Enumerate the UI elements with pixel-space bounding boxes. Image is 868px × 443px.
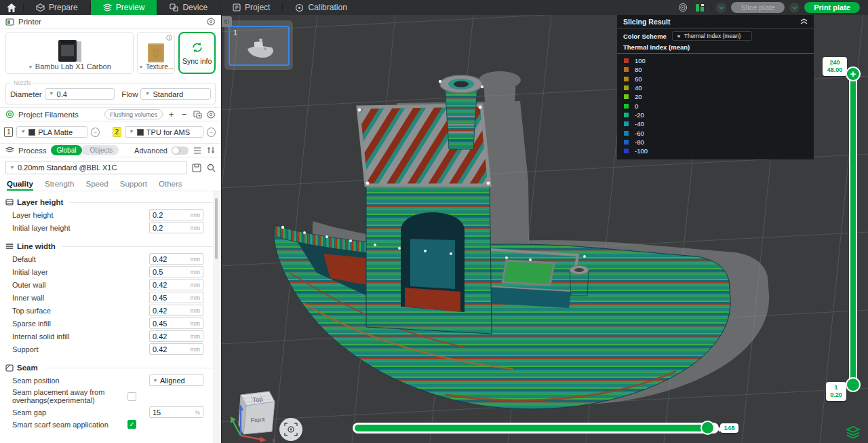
filament-color-swatch — [137, 129, 144, 136]
scrollbar-thumb[interactable] — [215, 198, 218, 259]
navigation-cube[interactable]: Top Front x — [227, 388, 279, 442]
save-preset-button[interactable] — [192, 163, 201, 172]
view-all-params-button[interactable] — [193, 146, 202, 155]
search-params-button[interactable] — [206, 163, 216, 172]
seam-gap-input[interactable]: 15% — [149, 406, 203, 418]
calibration-target-button[interactable] — [677, 2, 689, 13]
print-plate-button[interactable]: Print plate — [804, 2, 860, 13]
filament-1-edit-button[interactable]: − — [91, 128, 100, 137]
divider — [44, 368, 216, 368]
home-button[interactable] — [0, 0, 23, 15]
line-width-outer-wall-input[interactable]: 0.42mm — [149, 279, 203, 290]
chevron-down-icon: ▼ — [49, 92, 54, 96]
setting-row: Inner wall 0.45mm — [0, 291, 221, 304]
filaments-section-title: Project Filaments — [18, 111, 79, 119]
setting-row: Internal solid infill 0.42mm — [0, 330, 221, 343]
plate-type-select[interactable]: ▼ Texture... — [138, 63, 174, 73]
tab-project[interactable]: Project — [220, 0, 282, 15]
scope-global-button[interactable]: Global — [51, 145, 83, 155]
tab-quality[interactable]: Quality — [7, 180, 33, 191]
process-section-title: Process — [18, 147, 47, 155]
sync-info-button[interactable]: Sync info — [178, 32, 216, 74]
seam-icon — [5, 364, 14, 372]
cube-top-label: Top — [252, 396, 262, 403]
tab-device[interactable]: Device — [157, 0, 220, 15]
layer-slider-top-handle[interactable]: + — [846, 66, 861, 81]
slice-plate-button[interactable]: Slice plate — [731, 2, 785, 13]
plate-number: 1 — [233, 28, 237, 37]
line-width-sparse-infill-input[interactable]: 0.45mm — [149, 317, 203, 329]
filament-icon — [5, 110, 14, 119]
print-dropdown-button[interactable] — [789, 3, 800, 13]
compare-icon — [207, 147, 215, 154]
move-slider-track[interactable] — [353, 423, 719, 434]
nozzle-diameter-select[interactable]: ▼ 0.4 — [45, 88, 115, 100]
legend-swatch — [624, 121, 629, 126]
color-scheme-select[interactable]: ▼ Thermal Index (mean) — [672, 31, 752, 41]
ams-sync-button[interactable] — [193, 110, 202, 119]
slicing-result-panel: Slicing Result Color Scheme ▼ Thermal In… — [617, 15, 814, 159]
initial-layer-height-input[interactable]: 0.2mm — [149, 222, 203, 233]
tab-preview[interactable]: Preview — [91, 0, 157, 15]
line-width-top-surface-input[interactable]: 0.42mm — [149, 305, 203, 316]
tab-prepare[interactable]: Prepare — [24, 0, 90, 15]
advanced-toggle[interactable] — [172, 147, 189, 155]
layer-slider-bottom-handle[interactable] — [846, 377, 861, 392]
tab-support[interactable]: Support — [120, 180, 147, 191]
printer-model-select[interactable]: ▼ Bambu Lab X1 Carbon — [28, 62, 111, 73]
printer-settings-button[interactable] — [206, 17, 216, 26]
target-icon — [678, 3, 688, 12]
line-width-support-input[interactable]: 0.42mm — [149, 343, 203, 355]
line-width-inner-wall-input[interactable]: 0.45mm — [149, 292, 203, 303]
move-slider-handle[interactable] — [701, 421, 715, 435]
tab-speed[interactable]: Speed — [85, 180, 108, 191]
tab-calibration[interactable]: Calibration — [283, 0, 359, 15]
plate-organize-button[interactable] — [694, 2, 706, 13]
flushing-volumes-button[interactable]: Flushing volumes — [104, 109, 163, 119]
tab-others[interactable]: Others — [159, 180, 182, 191]
collapse-panel-button[interactable] — [800, 18, 808, 24]
filament-1-select[interactable]: ▼ PLA Matte — [16, 126, 87, 138]
seam-position-select[interactable]: ▼Aligned — [149, 374, 203, 386]
chevron-down-icon: ▼ — [676, 33, 682, 38]
compare-presets-button[interactable] — [206, 146, 216, 155]
tab-strength[interactable]: Strength — [45, 180, 74, 191]
layer-view-button[interactable] — [846, 425, 861, 442]
scrollbar-track[interactable] — [213, 191, 220, 443]
line-width-default-input[interactable]: 0.42mm — [149, 253, 203, 265]
filament-settings-button[interactable] — [206, 110, 216, 119]
legend-item: -20 — [617, 111, 814, 119]
legend-item: -100 — [617, 147, 814, 155]
filament-2-edit-button[interactable]: − — [207, 128, 216, 137]
camera-gear-icon — [284, 423, 298, 436]
thermal-legend: 100 80 60 40 20 0 -20 -40 -60 -80 -100 — [617, 55, 814, 159]
setting-row: Sparse infill 0.45mm — [0, 317, 221, 330]
scope-objects-button[interactable]: Objects — [81, 145, 119, 155]
setting-row: Top surface 0.42mm — [0, 304, 221, 317]
process-preset-select[interactable]: ▼ 0.20mm Standard @BBL X1C — [5, 161, 187, 174]
viewport-camera-button[interactable] — [279, 418, 302, 441]
slice-dropdown-button[interactable] — [716, 3, 726, 13]
remove-filament-button[interactable]: − — [180, 109, 189, 119]
build-plate-card[interactable]: ▼ Texture... — [137, 32, 176, 74]
line-width-initial-input[interactable]: 0.5mm — [149, 266, 203, 277]
line-width-internal-solid-input[interactable]: 0.42mm — [149, 330, 203, 342]
seam-overhang-checkbox[interactable] — [127, 392, 136, 401]
plate-thumbnail[interactable]: 1 — [229, 26, 290, 66]
layer-slider-track[interactable] — [849, 72, 857, 385]
flow-select[interactable]: ▼ Standard — [140, 88, 211, 100]
info-icon[interactable] — [166, 35, 172, 41]
printer-model-card[interactable]: ▼ Bambu Lab X1 Carbon — [5, 32, 134, 74]
layer-slider-bottom-value: 1 0.20 — [826, 382, 846, 401]
cube-x-axis-label: x — [272, 437, 275, 442]
layer-height-input[interactable]: 0.2mm — [149, 209, 203, 220]
add-filament-button[interactable]: + — [167, 109, 176, 119]
group-seam: Seam — [0, 362, 221, 374]
bambu-studio-window: Prepare Preview Device Project Calibrati… — [0, 0, 868, 443]
filament-2-select[interactable]: ▼ TPU for AMS — [125, 126, 203, 138]
smart-scarf-checkbox[interactable]: ✓ — [127, 420, 136, 429]
preset-row: ▼ 0.20mm Standard @BBL X1C — [0, 157, 221, 177]
legend-item: -60 — [617, 128, 814, 137]
viewport-3d[interactable]: 1 Slicing Result Color Scheme ▼ Thermal … — [222, 15, 868, 443]
setting-row: Support 0.42mm — [0, 343, 221, 355]
